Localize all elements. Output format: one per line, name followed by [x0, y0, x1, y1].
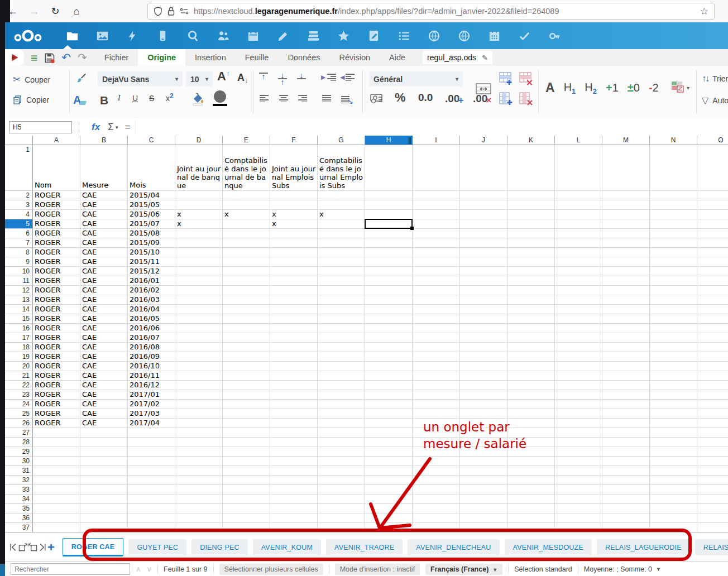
cell-M5[interactable] — [602, 219, 650, 229]
calendar-alt-icon[interactable] — [479, 22, 509, 49]
cell-D35[interactable] — [175, 504, 223, 513]
cell-H1[interactable] — [365, 145, 413, 191]
cell-K11[interactable] — [507, 276, 555, 286]
cell-D21[interactable] — [175, 371, 223, 381]
url-text[interactable]: https://nextcloud.legaragenumerique.fr/i… — [194, 7, 559, 16]
cell-O2[interactable] — [697, 191, 728, 200]
cell-A4[interactable]: ROGER — [33, 210, 80, 219]
cell-K16[interactable] — [507, 324, 555, 333]
cell-N7[interactable] — [650, 238, 697, 248]
cell-G16[interactable] — [318, 324, 365, 333]
cell-K2[interactable] — [507, 191, 555, 200]
cell-I9[interactable] — [413, 257, 460, 267]
cell-K32[interactable] — [507, 476, 555, 485]
cell-J1[interactable] — [460, 145, 507, 191]
cell-O32[interactable] — [697, 476, 728, 485]
cell-A16[interactable]: ROGER — [33, 324, 80, 333]
menu-origine[interactable]: Origine — [138, 49, 185, 66]
cell-J13[interactable] — [460, 295, 507, 305]
cell-A33[interactable] — [33, 485, 80, 495]
cell-F31[interactable] — [270, 466, 318, 476]
first-sheet-button[interactable] — [8, 540, 18, 555]
cell-G13[interactable] — [318, 295, 365, 305]
format-painter-button[interactable] — [75, 73, 87, 84]
cell-B1[interactable]: Mesure — [80, 145, 128, 191]
cell-K18[interactable] — [507, 343, 555, 352]
cell-A2[interactable]: ROGER — [33, 191, 80, 200]
hamburger-menu-icon[interactable]: ≡ — [31, 52, 37, 64]
insert-column-button[interactable] — [499, 92, 513, 106]
cell-K37[interactable] — [507, 523, 555, 532]
cell-H23[interactable] — [365, 390, 413, 400]
cell-N30[interactable] — [650, 457, 697, 466]
cell-D13[interactable] — [175, 295, 223, 305]
currency-format-button[interactable] — [370, 93, 384, 104]
cell-H22[interactable] — [365, 381, 413, 390]
cell-A18[interactable]: ROGER — [33, 343, 80, 352]
search-next-icon[interactable]: ∨ — [147, 565, 152, 573]
cell-C23[interactable]: 2017/01 — [128, 390, 175, 400]
cell-E6[interactable] — [223, 229, 270, 238]
cell-D34[interactable] — [175, 495, 223, 504]
cell-M23[interactable] — [602, 390, 650, 400]
cell-N16[interactable] — [650, 324, 697, 333]
cell-N2[interactable] — [650, 191, 697, 200]
cell-E31[interactable] — [223, 466, 270, 476]
files-icon[interactable] — [57, 22, 87, 49]
cell-E30[interactable] — [223, 457, 270, 466]
cell-E34[interactable] — [223, 495, 270, 504]
cell-D30[interactable] — [175, 457, 223, 466]
cell-E12[interactable] — [223, 286, 270, 295]
style-+1-button[interactable]: +1 — [606, 81, 619, 94]
cell-B25[interactable]: CAE — [80, 409, 128, 419]
cell-O16[interactable] — [697, 324, 728, 333]
cell-D20[interactable] — [175, 362, 223, 371]
cell-E37[interactable] — [223, 523, 270, 532]
cell-I4[interactable] — [413, 210, 460, 219]
cell-D33[interactable] — [175, 485, 223, 495]
cell-L17[interactable] — [555, 333, 602, 343]
redo-button[interactable]: ↷ — [78, 52, 87, 63]
delete-row-button[interactable] — [519, 71, 533, 86]
cell-E1[interactable]: Comptabilisé dans le journal de banque — [223, 145, 270, 191]
cell-I30[interactable] — [413, 457, 460, 466]
cell-B14[interactable]: CAE — [80, 305, 128, 314]
cell-G29[interactable] — [318, 447, 365, 457]
cell-I6[interactable] — [413, 229, 460, 238]
cell-G26[interactable] — [318, 419, 365, 428]
cell-L5[interactable] — [555, 219, 602, 229]
browser-reload-button[interactable]: ↻ — [47, 3, 64, 20]
cell-E2[interactable] — [223, 191, 270, 200]
cell-O1[interactable] — [697, 145, 728, 191]
document-name-box[interactable]: regul_asp.ods ✎ — [423, 51, 492, 64]
conditional-format-button[interactable]: ▾ — [670, 80, 689, 95]
cell-L7[interactable] — [555, 238, 602, 248]
cell-J3[interactable] — [460, 200, 507, 210]
cell-F14[interactable] — [270, 305, 318, 314]
cell-F7[interactable] — [270, 238, 318, 248]
cell-O14[interactable] — [697, 305, 728, 314]
cell-J18[interactable] — [460, 343, 507, 352]
column-header-M[interactable]: M — [602, 136, 650, 145]
align-bottom-button[interactable]: ↓ — [296, 73, 306, 79]
cell-G4[interactable]: x — [318, 210, 365, 219]
cell-A1[interactable]: Nom — [33, 145, 80, 191]
shield-icon[interactable] — [154, 7, 162, 16]
row-header-24[interactable]: 24 — [5, 400, 33, 409]
cell-C10[interactable]: 2015/12 — [128, 267, 175, 276]
cell-F16[interactable] — [270, 324, 318, 333]
column-header-J[interactable]: J — [460, 136, 507, 145]
cell-O21[interactable] — [697, 371, 728, 381]
menu-fichier[interactable]: Fichier — [95, 49, 138, 66]
cell-C20[interactable]: 2016/10 — [128, 362, 175, 371]
cell-H26[interactable] — [365, 419, 413, 428]
cell-M16[interactable] — [602, 324, 650, 333]
cell-J7[interactable] — [460, 238, 507, 248]
column-header-E[interactable]: E — [223, 136, 270, 145]
cell-D29[interactable] — [175, 447, 223, 457]
row-header-13[interactable]: 13 — [5, 295, 33, 305]
cell-B28[interactable] — [80, 438, 128, 447]
row-header-36[interactable]: 36 — [5, 513, 33, 523]
cell-C13[interactable]: 2016/03 — [128, 295, 175, 305]
cell-O35[interactable] — [697, 504, 728, 513]
